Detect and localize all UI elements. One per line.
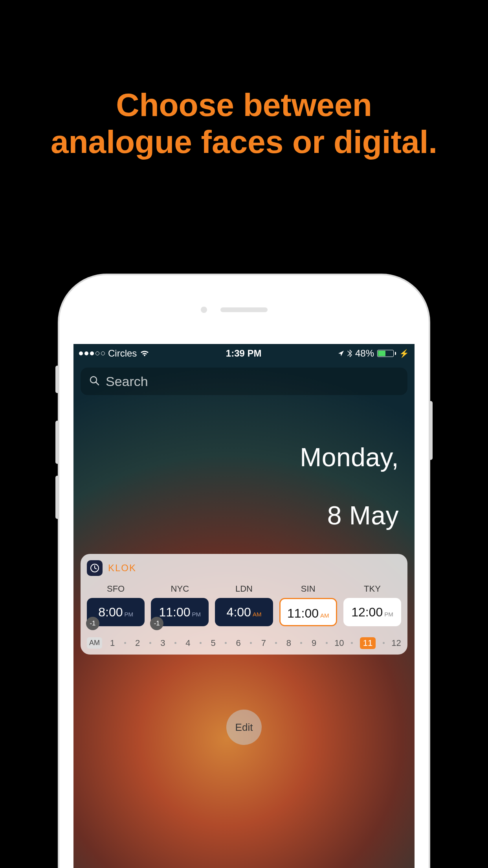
timezone-label: SIN	[301, 584, 316, 594]
ruler-hour[interactable]: 7	[259, 638, 268, 648]
promo-headline: Choose between analogue faces or digital…	[0, 86, 488, 161]
search-icon	[89, 375, 99, 387]
clock-nyc[interactable]: NYC11:00PM-1	[151, 584, 209, 626]
date-heading: Monday, 8 May	[73, 414, 399, 530]
bluetooth-icon	[347, 349, 352, 357]
clock-row: SFO8:00PM-1NYC11:00PM-1LDN4:00AMSIN11:00…	[87, 584, 401, 626]
time-box: 4:00AM	[215, 598, 273, 626]
ruler-tick	[124, 642, 126, 644]
ruler-tick	[351, 642, 353, 644]
ruler-hour[interactable]: 5	[209, 638, 218, 648]
charging-icon: ⚡	[399, 349, 409, 358]
ruler-tick	[326, 642, 328, 644]
ruler-hour[interactable]: 12	[391, 638, 401, 648]
ruler-tick	[149, 642, 151, 644]
time-box: 11:00AM	[279, 598, 337, 626]
signal-dots-icon	[79, 351, 105, 355]
ruler-tick	[383, 642, 385, 644]
ruler-tick	[225, 642, 227, 644]
time-box: 12:00PM	[343, 598, 401, 626]
status-bar: Circles 1:39 PM 48% ⚡	[73, 344, 415, 363]
hour-ruler[interactable]: AM 123456789101112	[87, 637, 401, 649]
search-placeholder: Search	[106, 374, 148, 389]
power-button	[429, 401, 433, 460]
ruler-tick	[275, 642, 277, 644]
timezone-label: LDN	[235, 584, 253, 594]
clock-sin[interactable]: SIN11:00AM	[279, 584, 337, 626]
ruler-hour[interactable]: 10	[334, 638, 344, 648]
ruler-hour[interactable]: 1	[108, 638, 117, 648]
timezone-label: SFO	[107, 584, 125, 594]
timezone-label: NYC	[171, 584, 189, 594]
battery-icon	[377, 350, 396, 357]
ruler-hour[interactable]: 3	[158, 638, 167, 648]
ruler-hour[interactable]: 11	[360, 637, 376, 649]
widget-title: KLOK	[108, 563, 136, 574]
klok-app-icon	[87, 560, 103, 576]
ruler-tick	[174, 642, 176, 644]
klok-widget[interactable]: KLOK SFO8:00PM-1NYC11:00PM-1LDN4:00AMSIN…	[81, 554, 407, 655]
day-offset-badge: -1	[86, 617, 99, 630]
ruler-tick	[300, 642, 302, 644]
ruler-tick	[250, 642, 252, 644]
search-input[interactable]: Search	[81, 368, 407, 395]
status-time: 1:39 PM	[226, 348, 262, 359]
mute-switch	[55, 366, 59, 393]
ruler-hour[interactable]: 9	[309, 638, 319, 648]
clock-ldn[interactable]: LDN4:00AM	[215, 584, 273, 626]
volume-down-button	[55, 476, 59, 519]
ampm-toggle[interactable]: AM	[87, 637, 102, 649]
timezone-label: TKY	[364, 584, 381, 594]
clock-tky[interactable]: TKY12:00PM	[343, 584, 401, 626]
location-icon	[338, 350, 344, 357]
clock-sfo[interactable]: SFO8:00PM-1	[87, 584, 145, 626]
phone-screen: Circles 1:39 PM 48% ⚡	[73, 344, 415, 868]
carrier-label: Circles	[108, 348, 137, 359]
wifi-icon	[140, 350, 149, 357]
svg-line-1	[96, 382, 99, 385]
ruler-hour[interactable]: 4	[183, 638, 193, 648]
battery-percent: 48%	[355, 348, 374, 359]
ruler-hour[interactable]: 2	[133, 638, 142, 648]
ruler-hour[interactable]: 6	[234, 638, 243, 648]
ruler-tick	[200, 642, 202, 644]
ruler-hour[interactable]: 8	[284, 638, 294, 648]
phone-frame: Circles 1:39 PM 48% ⚡	[59, 275, 429, 868]
volume-up-button	[55, 421, 59, 464]
day-offset-badge: -1	[150, 617, 163, 630]
edit-button[interactable]: Edit	[226, 710, 262, 745]
